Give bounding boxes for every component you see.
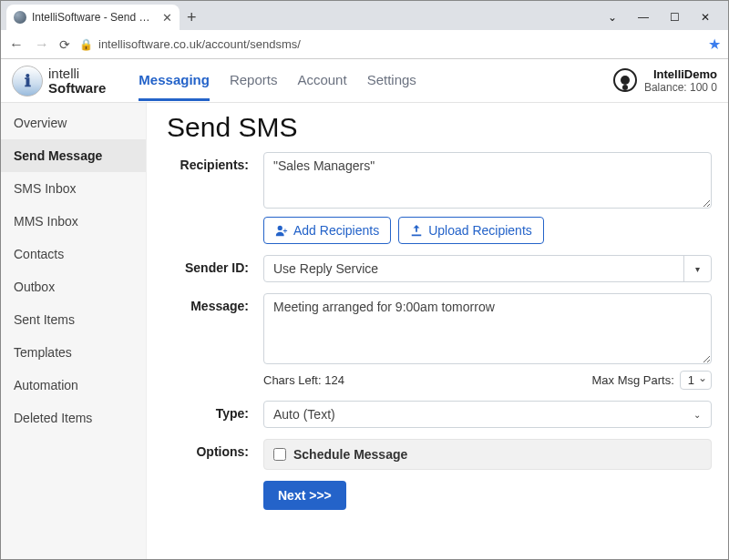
schedule-checkbox[interactable] [273, 448, 286, 461]
main-nav: Messaging Reports Account Settings [139, 61, 416, 101]
browser-chrome: IntelliSoftware - Send SMS ✕ + ⌄ — ☐ ✕ ←… [1, 1, 728, 59]
tab-reports[interactable]: Reports [230, 61, 278, 101]
tab-messaging[interactable]: Messaging [139, 61, 210, 101]
chevron-down-icon: ⌄ [683, 402, 711, 427]
tab-account[interactable]: Account [297, 61, 346, 101]
chevron-down-icon: ▾ [683, 256, 711, 281]
user-name: IntelliDemo [644, 67, 717, 82]
sidebar-item-mms-inbox[interactable]: MMS Inbox [1, 205, 146, 238]
message-input[interactable] [263, 293, 712, 364]
sidebar-item-templates[interactable]: Templates [1, 336, 146, 369]
type-select[interactable]: Auto (Text) ⌄ [263, 401, 712, 428]
options-box: Schedule Message [263, 439, 712, 470]
chevron-down-icon[interactable]: ⌄ [599, 7, 626, 27]
favicon-icon [14, 11, 26, 24]
brand-text: intelli Software [48, 66, 106, 96]
url-text: intellisoftware.co.uk/account/sendsms/ [98, 37, 301, 51]
main-content: Send SMS Recipients: Add Recipients Uplo… [147, 103, 728, 560]
user-plus-icon [275, 224, 288, 237]
sender-id-select[interactable]: Use Reply Service ▾ [263, 255, 712, 282]
balance-label: Balance: 100 0 [644, 81, 717, 94]
tab-settings[interactable]: Settings [367, 61, 416, 101]
browser-tab[interactable]: IntelliSoftware - Send SMS ✕ [6, 5, 180, 30]
minimize-icon[interactable]: — [630, 7, 657, 27]
recipients-input[interactable] [263, 152, 712, 209]
sidebar-item-sent-items[interactable]: Sent Items [1, 303, 146, 336]
max-parts-select[interactable]: 1 [680, 371, 712, 390]
schedule-label: Schedule Message [293, 447, 407, 462]
message-label: Message: [167, 293, 249, 313]
chars-left: Chars Left: 124 [263, 373, 344, 387]
logo-icon: ℹ [12, 66, 43, 97]
logo[interactable]: ℹ intelli Software [12, 66, 106, 97]
next-button[interactable]: Next >>> [263, 481, 346, 510]
tab-title: IntelliSoftware - Send SMS [32, 11, 157, 24]
sidebar-item-deleted-items[interactable]: Deleted Items [1, 402, 146, 434]
new-tab-button[interactable]: + [187, 8, 197, 27]
options-label: Options: [167, 439, 249, 459]
sidebar-item-contacts[interactable]: Contacts [1, 238, 146, 270]
bookmark-icon[interactable]: ★ [708, 36, 721, 53]
user-info[interactable]: IntelliDemo Balance: 100 0 [613, 67, 717, 95]
window-controls: ⌄ — ☐ ✕ [599, 7, 723, 27]
sidebar-item-outbox[interactable]: Outbox [1, 270, 146, 303]
address-bar: ← → ⟳ 🔒 intellisoftware.co.uk/account/se… [1, 30, 728, 59]
avatar-icon [613, 68, 637, 92]
url-box[interactable]: 🔒 intellisoftware.co.uk/account/sendsms/ [79, 37, 699, 51]
add-recipients-button[interactable]: Add Recipients [263, 217, 391, 244]
reload-icon[interactable]: ⟳ [59, 37, 70, 52]
sidebar-item-send-message[interactable]: Send Message [1, 139, 146, 172]
recipients-label: Recipients: [167, 152, 249, 172]
page-title: Send SMS [167, 112, 712, 143]
back-icon[interactable]: ← [8, 36, 25, 53]
sidebar-item-sms-inbox[interactable]: SMS Inbox [1, 172, 146, 205]
sidebar-item-automation[interactable]: Automation [1, 369, 146, 402]
app-header: ℹ intelli Software Messaging Reports Acc… [1, 59, 728, 103]
upload-recipients-button[interactable]: Upload Recipients [398, 217, 544, 244]
type-label: Type: [167, 401, 249, 421]
close-window-icon[interactable]: ✕ [692, 7, 719, 27]
maximize-icon[interactable]: ☐ [661, 7, 688, 27]
upload-icon [410, 224, 423, 237]
forward-icon: → [34, 36, 50, 53]
max-parts-label: Max Msg Parts: [591, 373, 673, 387]
close-tab-icon[interactable]: ✕ [162, 11, 172, 25]
sidebar-item-overview[interactable]: Overview [1, 107, 146, 139]
tab-bar: IntelliSoftware - Send SMS ✕ + ⌄ — ☐ ✕ [1, 1, 728, 30]
lock-icon: 🔒 [79, 38, 93, 51]
sidebar: OverviewSend MessageSMS InboxMMS InboxCo… [1, 103, 147, 560]
sender-id-label: Sender ID: [167, 255, 249, 275]
